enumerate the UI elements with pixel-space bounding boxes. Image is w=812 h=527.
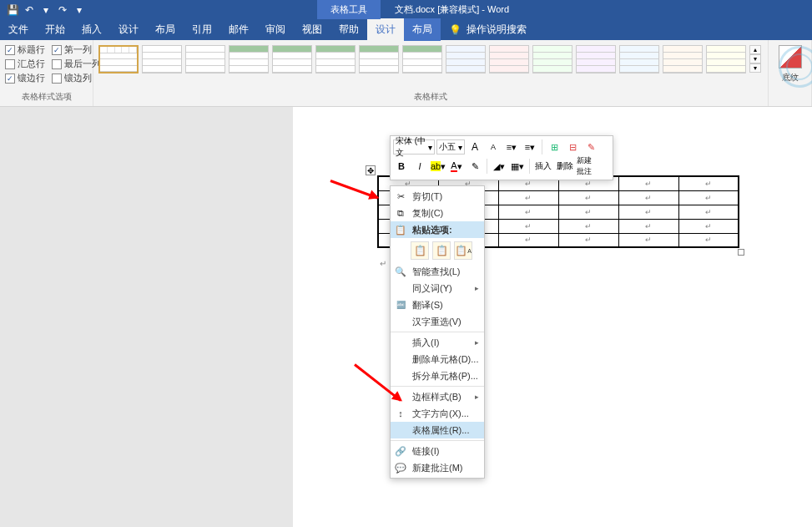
- font-size-select[interactable]: 小五▾: [436, 139, 465, 155]
- border-button[interactable]: ▦▾: [509, 158, 526, 175]
- contextual-tab-label: 表格工具: [317, 0, 381, 19]
- dropdown-icon[interactable]: ▾: [40, 4, 52, 16]
- style-thumb-1[interactable]: [98, 45, 139, 73]
- fill-button[interactable]: ◢▾: [491, 158, 507, 175]
- paragraph-mark: ↵: [380, 259, 386, 268]
- check-header-row[interactable]: ✓标题行: [5, 43, 45, 56]
- document-title: 文档.docx [兼容模式] - Word: [92, 3, 812, 16]
- check-total-row[interactable]: 汇总行: [5, 58, 45, 70]
- highlight-button[interactable]: ab▾: [430, 158, 446, 175]
- paste-options-row: 📋 📋 📋A: [391, 238, 484, 263]
- submenu-icon: ▸: [475, 393, 479, 401]
- mini-toolbar: 宋体 (中文▾ 小五▾ A A ≡▾ ≡▾ ⊞ ⊟ ✎ B I ab▾ A▾ ✎…: [390, 135, 613, 180]
- insert-table-icon[interactable]: ⊞: [546, 139, 562, 155]
- tab-mailings[interactable]: 邮件: [220, 18, 257, 41]
- text-direction-icon: ↕: [394, 407, 407, 420]
- scroll-up-icon: ▴: [749, 45, 761, 54]
- check-banded-col[interactable]: 镶边列: [52, 72, 92, 84]
- paste-icon: 📋: [394, 223, 407, 236]
- menu-text-direction[interactable]: ↕文字方向(X)...: [391, 405, 484, 422]
- menu-synonyms[interactable]: 同义词(Y)▸: [391, 280, 484, 296]
- tab-help[interactable]: 帮助: [330, 18, 367, 41]
- tab-design[interactable]: 设计: [110, 18, 147, 41]
- ribbon: ✓标题行 ✓第一列 汇总行 最后一列 ✓镶边行 镶边列 表格样式选项: [0, 40, 812, 107]
- cut-icon: ✂: [394, 190, 407, 203]
- style-thumb-7[interactable]: [359, 45, 399, 73]
- context-menu: ✂剪切(T) ⧉复制(C) 📋粘贴选项: 📋 📋 📋A 🔍智能查找(L) 同义词…: [390, 185, 485, 479]
- style-thumb-14[interactable]: [663, 45, 703, 73]
- numbering-button[interactable]: ≡▾: [522, 139, 538, 155]
- style-thumb-6[interactable]: [315, 45, 356, 73]
- submenu-icon: ▸: [475, 284, 479, 292]
- menu-new-comment[interactable]: 💬新建批注(M): [391, 459, 484, 476]
- tab-insert[interactable]: 插入: [73, 18, 110, 41]
- scroll-more-icon: ▾: [749, 63, 761, 73]
- undo-icon[interactable]: ↶: [23, 4, 35, 16]
- grow-font-button[interactable]: A: [467, 139, 483, 155]
- menu-cut[interactable]: ✂剪切(T): [391, 188, 484, 205]
- quick-access-toolbar: 💾 ↶ ▾ ↷ ▾: [0, 4, 92, 16]
- scroll-down-icon: ▾: [749, 54, 761, 63]
- format-painter-button[interactable]: ✎: [467, 158, 483, 175]
- comment-icon[interactable]: ✎: [583, 139, 599, 155]
- group-label: 表格样式选项: [5, 91, 88, 103]
- bullets-button[interactable]: ≡▾: [503, 139, 520, 155]
- style-thumb-3[interactable]: [185, 45, 225, 73]
- italic-button[interactable]: I: [411, 158, 428, 175]
- new-comment-l1[interactable]: 新建: [577, 155, 592, 166]
- style-thumb-5[interactable]: [272, 45, 312, 73]
- qat-more-icon[interactable]: ▾: [73, 4, 85, 16]
- style-thumb-2[interactable]: [142, 45, 182, 73]
- paste-opt-2[interactable]: 📋: [432, 241, 451, 260]
- gallery-scroll[interactable]: ▴ ▾ ▾: [749, 45, 761, 73]
- tab-view[interactable]: 视图: [294, 18, 330, 41]
- font-color-button[interactable]: A▾: [448, 158, 465, 175]
- tell-me-search[interactable]: 💡 操作说明搜索: [441, 23, 535, 37]
- paste-opt-3[interactable]: 📋A: [454, 241, 472, 260]
- table-move-handle[interactable]: ✥: [366, 165, 376, 175]
- menu-reconvert[interactable]: 汉字重选(V): [391, 313, 484, 330]
- tab-table-design[interactable]: 设计: [367, 18, 404, 41]
- insert-label[interactable]: 插入: [533, 160, 553, 172]
- check-first-col[interactable]: ✓第一列: [52, 43, 92, 56]
- menu-translate[interactable]: 🔤翻译(S): [391, 296, 484, 313]
- table-resize-handle[interactable]: [738, 249, 744, 256]
- menu-smart-lookup[interactable]: 🔍智能查找(L): [391, 263, 484, 280]
- style-thumb-12[interactable]: [576, 45, 616, 73]
- menu-table-properties[interactable]: 表格属性(R)...: [391, 422, 484, 438]
- menu-split-cells[interactable]: 拆分单元格(P)...: [391, 367, 484, 384]
- group-table-style-options: ✓标题行 ✓第一列 汇总行 最后一列 ✓镶边行 镶边列 表格样式选项: [0, 40, 93, 106]
- search-icon: 🔍: [394, 265, 407, 278]
- check-banded-row[interactable]: ✓镶边行: [5, 72, 45, 84]
- tab-file[interactable]: 文件: [0, 18, 37, 41]
- menu-insert[interactable]: 插入(I)▸: [391, 334, 484, 351]
- tab-references[interactable]: 引用: [184, 18, 220, 41]
- tab-review[interactable]: 审阅: [257, 18, 294, 41]
- style-thumb-11[interactable]: [532, 45, 572, 73]
- menu-link[interactable]: 🔗链接(I): [391, 443, 484, 459]
- paste-opt-1[interactable]: 📋: [411, 241, 429, 260]
- font-select[interactable]: 宋体 (中文▾: [393, 139, 435, 155]
- menu-copy[interactable]: ⧉复制(C): [391, 205, 484, 221]
- style-thumb-8[interactable]: [402, 45, 442, 73]
- translate-icon: 🔤: [394, 298, 407, 312]
- tab-home[interactable]: 开始: [37, 18, 73, 41]
- redo-icon[interactable]: ↷: [57, 4, 68, 16]
- style-thumb-9[interactable]: [446, 45, 486, 73]
- shrink-font-button[interactable]: A: [485, 139, 502, 155]
- style-thumb-10[interactable]: [489, 45, 529, 73]
- style-thumb-4[interactable]: [229, 45, 269, 73]
- menu-delete-cells[interactable]: 删除单元格(D)...: [391, 351, 484, 367]
- tab-layout[interactable]: 布局: [147, 18, 184, 41]
- group-label-styles: 表格样式: [98, 91, 763, 103]
- bold-button[interactable]: B: [393, 158, 410, 175]
- submenu-icon: ▸: [475, 338, 479, 347]
- delete-table-icon[interactable]: ⊟: [564, 139, 581, 155]
- tab-table-layout[interactable]: 布局: [404, 18, 441, 41]
- delete-label[interactable]: 删除: [555, 160, 575, 172]
- style-thumb-15[interactable]: [706, 45, 746, 73]
- save-icon[interactable]: 💾: [7, 4, 18, 16]
- style-thumb-13[interactable]: [619, 45, 659, 73]
- new-comment-l2[interactable]: 批注: [577, 166, 592, 177]
- lightbulb-icon: 💡: [449, 24, 461, 36]
